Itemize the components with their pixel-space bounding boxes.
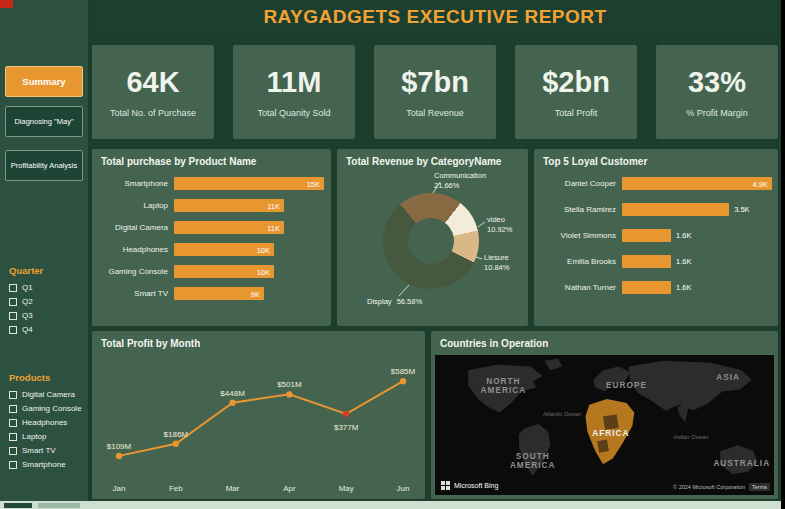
- quarter-filter-title: Quarter: [9, 265, 43, 276]
- point-value-label: $501M: [277, 380, 302, 389]
- bar[interactable]: [622, 255, 671, 268]
- kpi-total-profit[interactable]: $2bn Total Profit: [515, 45, 637, 139]
- copyright-text: © 2024 Microsoft Corporation: [673, 484, 745, 490]
- quarter-filter-list: Q1Q2Q3Q4: [9, 283, 43, 334]
- bar-value-label: 11K: [267, 223, 280, 232]
- donut-label-liesure: Liesure 10.84%: [484, 253, 509, 273]
- checkbox-icon[interactable]: [9, 391, 17, 399]
- recording-indicator: [0, 0, 13, 8]
- slice-name: Communication: [434, 171, 486, 181]
- bar[interactable]: [622, 281, 671, 294]
- bar[interactable]: 4.9K: [622, 177, 772, 190]
- bar-row: Laptop11K: [96, 199, 325, 212]
- checkbox-icon[interactable]: [9, 461, 17, 469]
- kpi-value: $7bn: [401, 66, 469, 99]
- product-option[interactable]: Laptop: [9, 432, 82, 441]
- slice-name: Liesure: [484, 253, 509, 263]
- bar[interactable]: 15K: [174, 177, 324, 190]
- bar-category-label: Gaming Console: [96, 267, 168, 276]
- bar[interactable]: 10K: [174, 243, 274, 256]
- quarter-option[interactable]: Q3: [9, 311, 43, 320]
- checkbox-icon[interactable]: [9, 326, 17, 334]
- products-filter-list: Digital CameraGaming ConsoleHeadphonesLa…: [9, 390, 82, 469]
- world-map-svg: NORTH AMERICA EUROPE ASIA SOUTH AMERICA …: [435, 355, 774, 495]
- map-label-africa: AFRICA: [592, 429, 629, 438]
- slice-name: video: [487, 215, 512, 225]
- report-header: RAYGADGETS EXECUTIVE REPORT: [92, 0, 778, 34]
- product-option[interactable]: Smartphone: [9, 460, 82, 469]
- page-tab[interactable]: [38, 503, 80, 508]
- checkbox-icon[interactable]: [9, 419, 17, 427]
- point-value-label: $109M: [107, 442, 132, 451]
- data-point[interactable]: [286, 391, 292, 397]
- profit-line-chart[interactable]: $109MJan$186MFeb$448MMar$501MApr$377MMay…: [92, 353, 425, 495]
- bar-row: Violet Simmons1.6K: [538, 229, 772, 242]
- product-option[interactable]: Gaming Console: [9, 404, 82, 413]
- month-label: Jan: [113, 484, 126, 493]
- checkbox-icon[interactable]: [9, 405, 17, 413]
- product-bar-chart: Smartphone15KLaptop11KDigital Camera11KH…: [92, 171, 331, 300]
- nav-profitability-analysis-button[interactable]: Profitability Analysis: [5, 150, 83, 181]
- product-option[interactable]: Headphones: [9, 418, 82, 427]
- quarter-option[interactable]: Q4: [9, 325, 43, 334]
- page-tab-bar[interactable]: [0, 501, 781, 509]
- kpi-value: $2bn: [542, 66, 610, 99]
- kpi-quantity-sold[interactable]: 11M Total Quanity Sold: [233, 45, 355, 139]
- panel-title: Total Revenue by CategoryName: [337, 149, 528, 171]
- bar-category-label: Violet Simmons: [538, 231, 616, 240]
- bar-row: Gaming Console10K: [96, 265, 325, 278]
- bar[interactable]: 10K: [174, 265, 274, 278]
- kpi-total-purchases[interactable]: 64K Total No. of Purchase: [92, 45, 214, 139]
- panel-profit-by-month: Total Profit by Month $109MJan$186MFeb$4…: [92, 331, 425, 499]
- bar[interactable]: 11K: [174, 199, 284, 212]
- quarter-option[interactable]: Q2: [9, 297, 43, 306]
- checkbox-icon[interactable]: [9, 298, 17, 306]
- data-point[interactable]: [116, 453, 122, 459]
- map-label-indian-ocean: Indian Ocean: [674, 434, 709, 440]
- checkbox-icon[interactable]: [9, 312, 17, 320]
- map-label-australia: AUSTRALIA: [713, 459, 770, 468]
- checkbox-icon[interactable]: [9, 284, 17, 292]
- panel-countries-map: Countries in Operation: [431, 331, 778, 499]
- sidebar: Summary Diagnosing "May" Profitability A…: [0, 0, 88, 501]
- checkbox-icon[interactable]: [9, 433, 17, 441]
- dashboard: Summary Diagnosing "May" Profitability A…: [0, 0, 785, 509]
- quarter-option[interactable]: Q1: [9, 283, 43, 292]
- checkbox-label: Gaming Console: [22, 404, 82, 413]
- checkbox-label: Laptop: [22, 432, 46, 441]
- bar-value-label: 3.5K: [734, 205, 749, 214]
- data-point-highlighted[interactable]: [343, 411, 349, 417]
- kpi-row: 64K Total No. of Purchase 11M Total Quan…: [92, 45, 778, 139]
- panel-title: Total purchase by Product Name: [92, 149, 331, 171]
- terms-link[interactable]: Terms: [749, 483, 770, 491]
- bar[interactable]: [622, 203, 729, 216]
- kpi-profit-margin[interactable]: 33% % Profit Margin: [656, 45, 778, 139]
- map-copyright: © 2024 Microsoft Corporation Terms: [673, 483, 770, 491]
- donut-chart[interactable]: [383, 193, 479, 289]
- page-tab[interactable]: [4, 503, 32, 508]
- bar-row: Headphones10K: [96, 243, 325, 256]
- bar[interactable]: 9K: [174, 287, 264, 300]
- checkbox-icon[interactable]: [9, 447, 17, 455]
- bar[interactable]: [622, 229, 671, 242]
- bar-row: Digital Camera11K: [96, 221, 325, 234]
- profit-line: [119, 381, 403, 456]
- map-label-south-america: SOUTH: [516, 452, 550, 461]
- microsoft-logo-icon: [441, 481, 450, 490]
- panel-title: Countries in Operation: [431, 331, 778, 353]
- bar[interactable]: 11K: [174, 221, 284, 234]
- product-option[interactable]: Digital Camera: [9, 390, 82, 399]
- quarter-filter: Quarter Q1Q2Q3Q4: [9, 265, 43, 339]
- map-label-asia: ASIA: [716, 373, 740, 382]
- map-label-south-america-2: AMERICA: [510, 461, 556, 470]
- kpi-total-revenue[interactable]: $7bn Total Revenue: [374, 45, 496, 139]
- product-option[interactable]: Smart TV: [9, 446, 82, 455]
- nav-diagnosing-may-button[interactable]: Diagnosing "May": [5, 106, 83, 137]
- nav-summary-button[interactable]: Summary: [5, 66, 83, 97]
- world-map[interactable]: NORTH AMERICA EUROPE ASIA SOUTH AMERICA …: [435, 355, 774, 495]
- data-point[interactable]: [400, 378, 406, 384]
- bar-row: Smartphone15K: [96, 177, 325, 190]
- month-label: Mar: [226, 484, 240, 493]
- data-point[interactable]: [229, 399, 235, 405]
- data-point[interactable]: [173, 441, 179, 447]
